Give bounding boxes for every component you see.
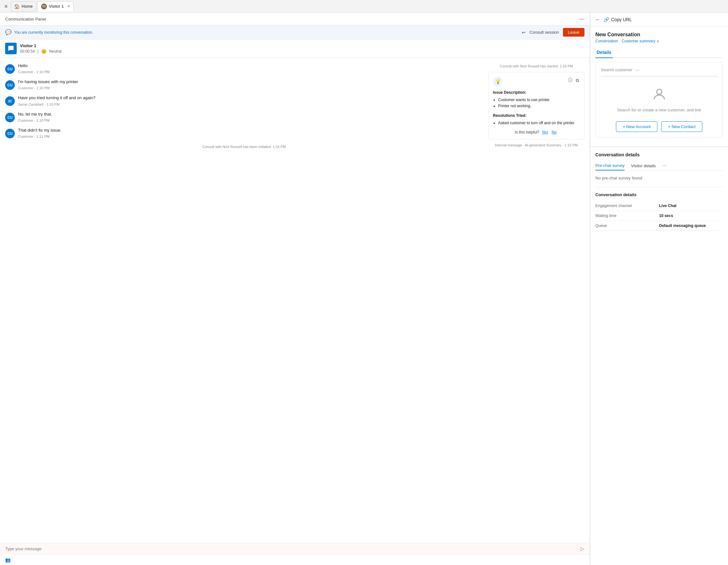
tab-close-icon[interactable]: ✕ [67, 4, 70, 8]
prop-row-channel: Engagement channel Live Chat [595, 201, 723, 211]
new-conversation-title: New Conversation [595, 32, 723, 38]
issue-bullet-2: Printer not working. [498, 103, 580, 109]
chat-messages: CU Hello Customer - 1:10 PM CU I'm havin… [5, 63, 483, 538]
details-tab[interactable]: Details [595, 47, 613, 58]
leave-button[interactable]: Leave [563, 28, 584, 37]
msg-text-5: That didn't fix my issue. [18, 128, 61, 133]
breadcrumb-summary[interactable]: Customer summary [622, 39, 655, 43]
msg-text-4: No, let me try that. [18, 111, 52, 117]
ai-copy-button[interactable]: ⧉ [575, 77, 580, 84]
conv-details-title: Conversation details [595, 152, 723, 157]
visitor-avatar [5, 43, 17, 54]
new-contact-button[interactable]: + New Contact [661, 121, 702, 132]
main-container: Communication Panel — 💬 You are currentl… [0, 13, 728, 565]
conv-details-props: Conversation details Engagement channel … [595, 187, 723, 231]
ai-helpful-row: Is this helpful? Yes No [493, 130, 580, 135]
message-input[interactable] [5, 546, 578, 551]
visitor-meta: 00:00:54 | 😐 Neutral [20, 49, 62, 54]
breadcrumb-conversation[interactable]: Conversation [595, 39, 618, 43]
yes-link[interactable]: Yes [542, 130, 548, 135]
breadcrumb-separator: · [619, 39, 620, 43]
msg-content-2: I'm having issues with my printer Custom… [18, 79, 78, 90]
customer-actions: + New Account + New Contact [601, 121, 717, 132]
msg-content-5: That didn't fix my issue. Customer - 1:1… [18, 128, 61, 138]
bottom-bar: ▷ 👥 [0, 543, 590, 565]
message-group-3: JC Have you tried turning it off and on … [5, 95, 483, 106]
ai-summary-card: 💡 ⓘ ⧉ Issue Description: Customer wants … [488, 72, 584, 139]
issue-bullets: Customer wants to use printer. Printer n… [498, 97, 580, 109]
msg-content-4: No, let me try that. Customer - 1:10 PM [18, 111, 52, 122]
avatar-cu-5: CU [5, 129, 15, 138]
conv-details-tabs: Pre-chat survey Visitor details ··· [595, 161, 723, 171]
tab-more-icon[interactable]: ··· [662, 163, 666, 169]
tab-home[interactable]: 🏠 Home [11, 1, 36, 12]
copy-url-icon: 🔗 [604, 17, 609, 22]
menu-icon[interactable]: ≡ [3, 2, 9, 11]
visitor-info: Visitor 1 00:00:54 | 😐 Neutral [0, 40, 590, 58]
tab-visitor-label: Visitor 1 [49, 4, 64, 9]
consult-label: Consult session [530, 30, 559, 35]
svg-point-0 [657, 89, 662, 94]
message-group-4: CU No, let me try that. Customer - 1:10 … [5, 111, 483, 122]
back-button[interactable]: ← [595, 17, 601, 22]
message-input-area: ▷ [0, 543, 590, 554]
monitor-text: 💬 You are currently monitoring this conv… [5, 29, 93, 35]
customer-empty-state: Search for or create a new customer, and… [601, 82, 717, 118]
tab-home-label: Home [22, 4, 33, 9]
search-customer-label: Search customer [601, 67, 632, 72]
copy-url-label[interactable]: Copy URL [611, 17, 632, 22]
visitor-name: Visitor 1 [20, 43, 62, 48]
right-panel: ← 🔗 Copy URL New Conversation Conversati… [590, 13, 728, 565]
prop-value-channel: Live Chat [659, 204, 723, 208]
tab-visitor-details[interactable]: Visitor details [631, 162, 656, 170]
conversation-details-section: Conversation details Pre-chat survey Vis… [590, 147, 728, 236]
breadcrumb-dropdown-icon[interactable]: ∨ [657, 39, 659, 43]
chat-right: Consult with Nick Russell has started. 1… [488, 63, 584, 538]
monitor-chat-icon: 💬 [5, 29, 12, 35]
prop-label-waiting: Waiting time [595, 214, 659, 218]
prop-label-queue: Queue [595, 224, 659, 228]
no-survey-text: No pre-chat survey found [595, 176, 723, 181]
consult-section: ↩ Consult session Leave [522, 28, 584, 37]
minimize-icon[interactable]: — [579, 16, 584, 22]
chat-area: CU Hello Customer - 1:10 PM CU I'm havin… [0, 58, 590, 543]
prop-row-queue: Queue Default messaging queue [595, 221, 723, 231]
avatar-cu-1: CU [5, 64, 15, 74]
msg-content-1: Hello Customer - 1:10 PM [18, 63, 49, 74]
ai-info-button[interactable]: ⓘ [567, 77, 573, 84]
message-group-1: CU Hello Customer - 1:10 PM [5, 63, 483, 74]
consult-initiated-msg: Consult with Nick Russell has been initi… [5, 144, 483, 150]
resolutions-title: Resolutions Tried: [493, 113, 580, 119]
msg-meta-3: Jamie Campbell - 1:10 PM [18, 102, 95, 106]
prop-row-waiting: Waiting time 10 secs [595, 211, 723, 221]
issue-bullet-1: Customer wants to use printer. [498, 97, 580, 103]
home-icon: 🏠 [14, 4, 20, 9]
ai-bulb-icon: 💡 [493, 77, 503, 86]
consult-icon: ↩ [522, 30, 526, 35]
left-panel: Communication Panel — 💬 You are currentl… [0, 13, 590, 565]
customer-empty-icon [652, 87, 667, 105]
visitor-details: Visitor 1 00:00:54 | 😐 Neutral [20, 43, 62, 54]
resolution-bullet-1: Asked customer to turn off and on the pr… [498, 120, 580, 126]
msg-meta-5: Customer - 1:11 PM [18, 135, 61, 138]
consult-started-msg: Consult with Nick Russell has started. 1… [488, 63, 584, 69]
prop-value-queue: Default messaging queue [659, 224, 723, 228]
tab-visitor1[interactable]: V1 Visitor 1 ✕ [38, 1, 74, 12]
msg-meta-4: Customer - 1:10 PM [18, 119, 52, 122]
new-account-button[interactable]: + New Account [616, 121, 657, 132]
monitor-label: You are currently monitoring this conver… [14, 30, 93, 35]
details-tab-bar: Details [595, 47, 723, 58]
avatar-cu-4: CU [5, 113, 15, 122]
ai-summary-content: Issue Description: Customer wants to use… [493, 90, 580, 126]
tab-pre-chat-survey[interactable]: Pre-chat survey [595, 161, 625, 171]
customer-search-row: Search customer --- [601, 67, 717, 72]
visitor-separator: | [38, 49, 39, 54]
right-panel-header: ← 🔗 Copy URL [590, 13, 728, 27]
add-participant-button[interactable]: 👥 [5, 557, 11, 562]
chat-icon [8, 45, 14, 52]
ai-action-buttons: ⓘ ⧉ [567, 77, 580, 84]
msg-text-1: Hello [18, 63, 49, 69]
conv-props-title: Conversation details [595, 192, 723, 197]
send-button[interactable]: ▷ [581, 546, 584, 552]
no-link[interactable]: No [552, 130, 557, 135]
